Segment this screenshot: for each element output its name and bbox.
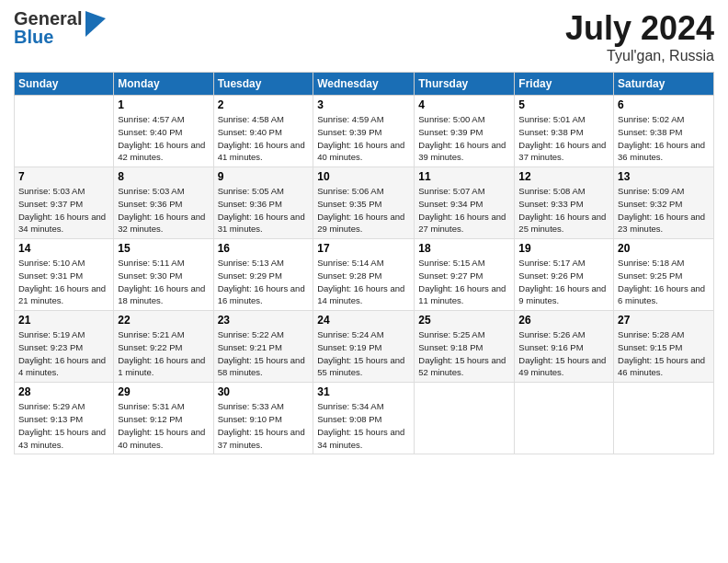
calendar-cell: 13Sunrise: 5:09 AMSunset: 9:32 PMDayligh… bbox=[614, 167, 714, 239]
daylight-text: Daylight: 15 hours and 43 minutes. bbox=[18, 427, 106, 450]
sunrise-text: Sunrise: 5:11 AM bbox=[118, 258, 184, 268]
week-row-1: 1Sunrise: 4:57 AMSunset: 9:40 PMDaylight… bbox=[15, 96, 714, 167]
calendar-cell: 22Sunrise: 5:21 AMSunset: 9:22 PMDayligh… bbox=[114, 311, 213, 383]
daylight-text: Daylight: 16 hours and 37 minutes. bbox=[518, 140, 606, 163]
sunrise-text: Sunrise: 5:34 AM bbox=[317, 401, 383, 411]
sunrise-text: Sunrise: 5:13 AM bbox=[218, 258, 284, 268]
calendar-cell bbox=[614, 383, 714, 454]
logo-icon bbox=[85, 11, 106, 40]
sunset-text: Sunset: 9:31 PM bbox=[18, 270, 83, 281]
calendar-cell: 9Sunrise: 5:05 AMSunset: 9:36 PMDaylight… bbox=[213, 167, 313, 239]
sunrise-text: Sunrise: 5:05 AM bbox=[218, 186, 284, 196]
sunset-text: Sunset: 9:12 PM bbox=[118, 414, 182, 424]
sunset-text: Sunset: 9:19 PM bbox=[317, 342, 381, 352]
daylight-text: Daylight: 15 hours and 46 minutes. bbox=[618, 355, 705, 378]
day-info: Sunrise: 4:57 AMSunset: 9:40 PMDaylight:… bbox=[118, 113, 209, 164]
daylight-text: Daylight: 16 hours and 31 minutes. bbox=[218, 212, 305, 235]
calendar-cell: 4Sunrise: 5:00 AMSunset: 9:39 PMDaylight… bbox=[415, 96, 515, 167]
day-info: Sunrise: 5:28 AMSunset: 9:15 PMDaylight:… bbox=[618, 328, 710, 379]
calendar-cell: 11Sunrise: 5:07 AMSunset: 9:34 PMDayligh… bbox=[415, 167, 515, 239]
daylight-text: Daylight: 16 hours and 18 minutes. bbox=[118, 283, 205, 306]
day-number: 8 bbox=[118, 170, 209, 183]
day-number: 16 bbox=[218, 242, 310, 255]
daylight-text: Daylight: 15 hours and 40 minutes. bbox=[118, 427, 205, 450]
sunrise-text: Sunrise: 5:21 AM bbox=[118, 329, 184, 339]
sunset-text: Sunset: 9:40 PM bbox=[218, 127, 282, 137]
sunrise-text: Sunrise: 5:01 AM bbox=[518, 114, 585, 124]
sunrise-text: Sunrise: 5:25 AM bbox=[418, 329, 484, 339]
day-number: 7 bbox=[18, 170, 109, 183]
sunrise-text: Sunrise: 5:28 AM bbox=[618, 329, 684, 339]
dow-header-wednesday: Wednesday bbox=[313, 73, 415, 96]
day-info: Sunrise: 4:58 AMSunset: 9:40 PMDaylight:… bbox=[218, 113, 310, 164]
calendar-cell: 23Sunrise: 5:22 AMSunset: 9:21 PMDayligh… bbox=[213, 311, 313, 383]
week-row-2: 7Sunrise: 5:03 AMSunset: 9:37 PMDaylight… bbox=[15, 167, 714, 239]
sunset-text: Sunset: 9:28 PM bbox=[317, 270, 381, 281]
sunset-text: Sunset: 9:25 PM bbox=[618, 270, 682, 281]
sunset-text: Sunset: 9:38 PM bbox=[618, 127, 682, 137]
sunset-text: Sunset: 9:32 PM bbox=[618, 199, 682, 209]
day-number: 25 bbox=[418, 314, 510, 327]
logo-general: General bbox=[14, 9, 82, 28]
sunset-text: Sunset: 9:37 PM bbox=[18, 199, 83, 209]
day-info: Sunrise: 5:06 AMSunset: 9:35 PMDaylight:… bbox=[317, 185, 410, 236]
header: General Blue July 2024 Tyul'gan, Russia bbox=[14, 9, 714, 64]
daylight-text: Daylight: 16 hours and 23 minutes. bbox=[618, 212, 705, 235]
sunrise-text: Sunrise: 4:59 AM bbox=[317, 114, 383, 124]
daylight-text: Daylight: 16 hours and 42 minutes. bbox=[118, 140, 205, 163]
sunset-text: Sunset: 9:21 PM bbox=[218, 342, 282, 352]
daylight-text: Daylight: 15 hours and 37 minutes. bbox=[218, 427, 305, 450]
calendar-cell: 20Sunrise: 5:18 AMSunset: 9:25 PMDayligh… bbox=[614, 239, 714, 311]
sunrise-text: Sunrise: 5:29 AM bbox=[18, 401, 85, 411]
calendar-cell: 15Sunrise: 5:11 AMSunset: 9:30 PMDayligh… bbox=[114, 239, 213, 311]
sunset-text: Sunset: 9:23 PM bbox=[18, 342, 83, 352]
calendar-cell: 16Sunrise: 5:13 AMSunset: 9:29 PMDayligh… bbox=[213, 239, 313, 311]
day-number: 10 bbox=[317, 170, 410, 183]
day-info: Sunrise: 5:11 AMSunset: 9:30 PMDaylight:… bbox=[118, 257, 209, 307]
day-number: 22 bbox=[118, 314, 209, 327]
day-number: 28 bbox=[18, 385, 109, 398]
sunrise-text: Sunrise: 4:57 AM bbox=[118, 114, 184, 124]
calendar-cell: 8Sunrise: 5:03 AMSunset: 9:36 PMDaylight… bbox=[114, 167, 213, 239]
calendar-cell: 31Sunrise: 5:34 AMSunset: 9:08 PMDayligh… bbox=[313, 383, 415, 454]
daylight-text: Daylight: 15 hours and 58 minutes. bbox=[218, 355, 305, 378]
calendar-cell: 21Sunrise: 5:19 AMSunset: 9:23 PMDayligh… bbox=[15, 311, 114, 383]
svg-marker-0 bbox=[85, 11, 106, 37]
sunset-text: Sunset: 9:39 PM bbox=[317, 127, 381, 137]
sunset-text: Sunset: 9:39 PM bbox=[418, 127, 483, 137]
day-info: Sunrise: 5:19 AMSunset: 9:23 PMDaylight:… bbox=[18, 328, 109, 379]
calendar-cell bbox=[515, 383, 614, 454]
dow-header-thursday: Thursday bbox=[415, 73, 515, 96]
daylight-text: Daylight: 16 hours and 1 minute. bbox=[118, 355, 205, 378]
calendar-cell: 7Sunrise: 5:03 AMSunset: 9:37 PMDaylight… bbox=[15, 167, 114, 239]
daylight-text: Daylight: 16 hours and 4 minutes. bbox=[18, 355, 106, 378]
page-container: General Blue July 2024 Tyul'gan, Russia … bbox=[0, 0, 728, 464]
day-number: 6 bbox=[618, 98, 710, 111]
dow-header-friday: Friday bbox=[515, 73, 614, 96]
sunset-text: Sunset: 9:34 PM bbox=[418, 199, 483, 209]
day-info: Sunrise: 5:08 AMSunset: 9:33 PMDaylight:… bbox=[518, 185, 609, 236]
day-info: Sunrise: 5:13 AMSunset: 9:29 PMDaylight:… bbox=[218, 257, 310, 307]
sunset-text: Sunset: 9:29 PM bbox=[218, 270, 282, 281]
sunset-text: Sunset: 9:27 PM bbox=[418, 270, 483, 281]
week-row-4: 21Sunrise: 5:19 AMSunset: 9:23 PMDayligh… bbox=[15, 311, 714, 383]
daylight-text: Daylight: 16 hours and 32 minutes. bbox=[118, 212, 205, 235]
calendar-cell: 10Sunrise: 5:06 AMSunset: 9:35 PMDayligh… bbox=[313, 167, 415, 239]
day-number: 12 bbox=[518, 170, 609, 183]
day-number: 9 bbox=[218, 170, 310, 183]
day-info: Sunrise: 5:01 AMSunset: 9:38 PMDaylight:… bbox=[518, 113, 609, 164]
day-info: Sunrise: 5:33 AMSunset: 9:10 PMDaylight:… bbox=[218, 400, 310, 451]
calendar-cell: 2Sunrise: 4:58 AMSunset: 9:40 PMDaylight… bbox=[213, 96, 313, 167]
daylight-text: Daylight: 16 hours and 34 minutes. bbox=[18, 212, 106, 235]
day-number: 31 bbox=[317, 385, 410, 398]
daylight-text: Daylight: 16 hours and 36 minutes. bbox=[618, 140, 705, 163]
day-info: Sunrise: 5:02 AMSunset: 9:38 PMDaylight:… bbox=[618, 113, 710, 164]
sunrise-text: Sunrise: 5:14 AM bbox=[317, 258, 383, 268]
calendar-cell: 30Sunrise: 5:33 AMSunset: 9:10 PMDayligh… bbox=[213, 383, 313, 454]
day-info: Sunrise: 5:05 AMSunset: 9:36 PMDaylight:… bbox=[218, 185, 310, 236]
calendar-cell: 6Sunrise: 5:02 AMSunset: 9:38 PMDaylight… bbox=[614, 96, 714, 167]
sunrise-text: Sunrise: 5:15 AM bbox=[418, 258, 484, 268]
day-info: Sunrise: 5:31 AMSunset: 9:12 PMDaylight:… bbox=[118, 400, 209, 451]
calendar-cell: 27Sunrise: 5:28 AMSunset: 9:15 PMDayligh… bbox=[614, 311, 714, 383]
dow-header-sunday: Sunday bbox=[15, 73, 114, 96]
